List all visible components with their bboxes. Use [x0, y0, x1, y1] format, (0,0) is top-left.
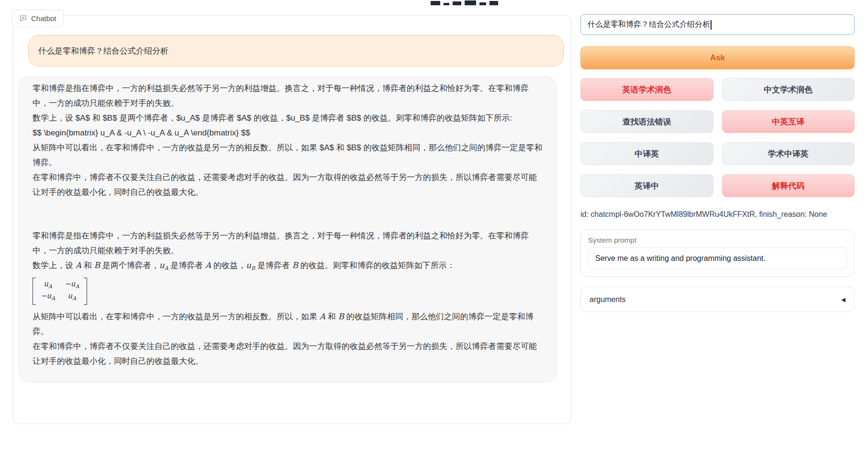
- question-input[interactable]: 什么是零和博弈？结合公式介绍分析: [580, 14, 855, 35]
- clipped-glyph: [479, 2, 486, 5]
- arguments-accordion[interactable]: arguments ◀: [580, 287, 855, 312]
- matrix-left-bracket: [33, 278, 36, 305]
- chatbot-panel: 什么是零和博弈？结合公式介绍分析 零和博弈是指在博弈中，一方的利益损失必然等于另…: [13, 15, 571, 424]
- quick-buttons-grid: 英语学术润色中文学术润色查找语法错误中英互译中译英学术中译英英译中解释代码: [580, 78, 855, 197]
- clipped-glyph: [465, 0, 476, 5]
- bot-paragraph: 零和博弈是指在博弈中，一方的利益损失必然等于另一方的利益增益。换言之，对于每一种…: [33, 228, 543, 258]
- right-panel: 什么是零和博弈？结合公式介绍分析 Ask 英语学术润色中文学术润色查找语法错误中…: [580, 14, 855, 312]
- payoff-matrix: uA−uA−uAuA: [33, 278, 543, 307]
- quick-button-2[interactable]: 中文学术润色: [722, 78, 855, 101]
- text-cursor: [711, 20, 712, 30]
- clipped-glyph: [444, 3, 449, 5]
- quick-button-7[interactable]: 英译中: [580, 174, 713, 197]
- accordion-collapse-icon[interactable]: ◀: [841, 296, 846, 303]
- clipped-glyph: [431, 1, 440, 5]
- system-prompt-label: System prompt: [588, 236, 847, 244]
- bot-message-raw-block: 零和博弈是指在博弈中，一方的利益损失必然等于另一方的利益增益。换言之，对于每一种…: [33, 81, 543, 200]
- system-prompt-value: Serve me as a writing and programming as…: [595, 254, 766, 263]
- user-message-text: 什么是零和博弈？结合公式介绍分析: [38, 45, 168, 56]
- ask-button[interactable]: Ask: [580, 46, 855, 69]
- bot-paragraph: 在零和博弈中，博弈者不仅要关注自己的收益，还需要考虑对手的收益。因为一方取得的收…: [33, 170, 543, 200]
- bot-paragraph: 在零和博弈中，博弈者不仅要关注自己的收益，还需要考虑对手的收益。因为一方取得的收…: [33, 339, 543, 369]
- quick-button-5[interactable]: 中译英: [580, 142, 713, 165]
- quick-button-8[interactable]: 解释代码: [722, 174, 855, 197]
- quick-button-4[interactable]: 中英互译: [722, 110, 855, 133]
- speech-bubble-icon: [19, 14, 27, 22]
- bot-message-rendered-block: 零和博弈是指在博弈中，一方的利益损失必然等于另一方的利益增益。换言之，对于每一种…: [33, 228, 543, 369]
- matrix-cell: uA: [65, 292, 79, 303]
- bot-paragraph: 从矩阵中可以看出，在零和博弈中，一方的收益是另一方的相反数。所以，如果 $A$ …: [33, 140, 543, 170]
- accordion-label: arguments: [590, 295, 626, 304]
- question-input-value: 什么是零和博弈？结合公式介绍分析: [588, 20, 710, 30]
- quick-button-1[interactable]: 英语学术润色: [580, 78, 713, 101]
- matrix-cell: −uA: [65, 280, 79, 291]
- bot-paragraph-with-math: 数学上，设 A 和 B 是两个博弈者，uA 是博弈者 A 的收益，uB 是博弈者…: [33, 258, 543, 276]
- chatbot-label: Chatbot: [31, 14, 56, 22]
- status-line: id: chatcmpl-6wOo7KrYTwMl89lbrMWRu4UkFFX…: [580, 210, 855, 219]
- matrix-cell: −uA: [41, 292, 55, 303]
- chatbot-label-tab: Chatbot: [12, 10, 64, 27]
- user-message-bubble: 什么是零和博弈？结合公式介绍分析: [28, 35, 564, 67]
- bot-paragraph-latex-source: $$ \begin{bmatrix} u_A & -u_A \ -u_A & u…: [33, 125, 543, 140]
- clipped-page-title: [431, 0, 502, 5]
- bot-paragraph: 数学上，设 $A$ 和 $B$ 是两个博弈者，$u_A$ 是博弈者 $A$ 的收…: [33, 111, 543, 125]
- bot-paragraph-with-math: 从矩阵中可以看出，在零和博弈中，一方的收益是另一方的相反数。所以，如果 A 和 …: [33, 309, 543, 339]
- bot-message-bubble: 零和博弈是指在博弈中，一方的利益损失必然等于另一方的利益增益。换言之，对于每一种…: [19, 77, 556, 382]
- quick-button-3[interactable]: 查找语法错误: [580, 110, 713, 133]
- system-prompt-card: System prompt Serve me as a writing and …: [580, 229, 855, 277]
- bot-paragraph: 零和博弈是指在博弈中，一方的利益损失必然等于另一方的利益增益。换言之，对于每一种…: [33, 81, 543, 111]
- matrix-cell: uA: [41, 280, 55, 291]
- clipped-glyph: [490, 1, 498, 5]
- matrix-right-bracket: [84, 278, 87, 305]
- clipped-glyph: [453, 1, 461, 5]
- quick-button-6[interactable]: 学术中译英: [722, 142, 855, 165]
- system-prompt-input[interactable]: Serve me as a writing and programming as…: [588, 247, 847, 269]
